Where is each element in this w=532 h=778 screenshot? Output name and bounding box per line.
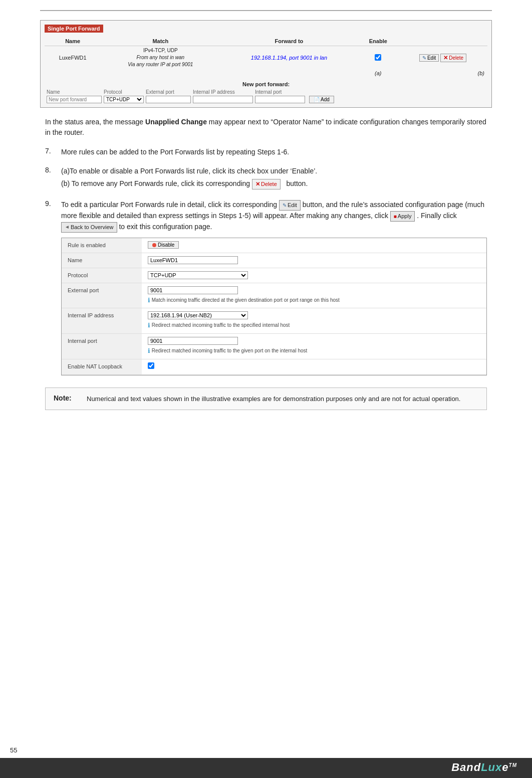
config-int-port-input[interactable] xyxy=(148,337,238,345)
numbered-item-9: 9. To edit a particular Port Forwards ru… xyxy=(45,200,487,375)
npf-col-proto: Protocol xyxy=(104,89,144,95)
x-icon: ✕ xyxy=(443,55,448,61)
int-port-hint-icon: ℹ xyxy=(148,347,150,354)
config-value-enabled: Disable xyxy=(142,238,486,253)
edit-inline-button[interactable]: ✎ Edit xyxy=(279,200,301,211)
config-protocol-select[interactable]: TCP+UDP TCP UDP xyxy=(148,271,248,279)
page-number: 55 xyxy=(10,746,17,754)
forward-value: 192.168.1.194, port 9001 in lan xyxy=(251,55,327,61)
config-name-input[interactable] xyxy=(148,256,238,264)
npf-int-port-input[interactable] xyxy=(255,96,305,103)
npf-inputs-row: TCP+UDP TCP UDP 📄 Add xyxy=(45,96,487,103)
edit-icon: ✎ xyxy=(422,55,426,61)
col-header-name: Name xyxy=(45,37,101,46)
item-7-content: More rules can be added to the Port Forw… xyxy=(61,147,487,158)
brand-band: Band xyxy=(451,761,481,773)
npf-col-int: Internal port xyxy=(255,89,305,95)
cell-name: LuxeFWD1 xyxy=(45,46,101,70)
add-icon: 📄 xyxy=(314,97,320,102)
numbered-item-7: 7. More rules can be added to the Port F… xyxy=(45,147,487,158)
nat-loopback-checkbox[interactable] xyxy=(148,362,154,369)
config-label-ext-port: External port xyxy=(62,283,142,308)
col-header-forward: Forward to xyxy=(220,37,358,46)
brand-logo: BandLuxeTM xyxy=(451,761,517,774)
int-ip-hint-icon: ℹ xyxy=(148,322,150,329)
edit-inline-icon: ✎ xyxy=(283,202,287,210)
unapplied-change-text: Unapplied Change xyxy=(145,118,207,126)
cell-forward: 192.168.1.194, port 9001 in lan xyxy=(220,46,358,70)
delete-inline-button[interactable]: ✕ Delete xyxy=(252,179,281,189)
top-separator xyxy=(40,10,492,11)
config-row-nat-loopback: Enable NAT Loopback xyxy=(62,359,486,374)
item-8-content: (a)To enable or disable a Port Forwards … xyxy=(61,166,487,192)
config-int-ip-select[interactable]: 192.168.1.94 (User-NB2) xyxy=(148,311,248,319)
col-header-match: Match xyxy=(101,37,220,46)
spf-table: Name Match Forward to Enable LuxeFWD1 IP… xyxy=(45,37,487,77)
item-9-number: 9. xyxy=(45,200,55,375)
item-8-part-a: (a)To enable or disable a Port Forwards … xyxy=(61,166,487,177)
config-page-box: Rule is enabled Disable Na xyxy=(61,238,487,375)
cell-enable[interactable] xyxy=(358,46,399,70)
cell-actions: ✎ (a) Edit ✕ Delete xyxy=(398,46,487,70)
npf-column-headers: Name Protocol External port Internal IP … xyxy=(45,89,487,95)
config-ext-port-input[interactable] xyxy=(148,286,238,294)
new-port-forward-section: New port forward: Name Protocol External… xyxy=(45,81,487,103)
config-row-enabled: Rule is enabled Disable xyxy=(62,238,486,253)
apply-inline-icon: ■ xyxy=(394,213,397,221)
config-table: Rule is enabled Disable Na xyxy=(62,238,486,375)
ext-port-hint-icon: ℹ xyxy=(148,297,150,304)
apply-inline-button[interactable]: ■ Apply xyxy=(390,211,415,222)
config-row-protocol: Protocol TCP+UDP TCP UDP xyxy=(62,268,486,283)
delete-button[interactable]: ✕ Delete xyxy=(440,54,466,62)
config-value-int-port: ℹ Redirect matched incoming traffic to t… xyxy=(142,334,486,359)
config-value-protocol: TCP+UDP TCP UDP xyxy=(142,268,486,283)
config-label-enabled: Rule is enabled xyxy=(62,238,142,253)
config-label-name: Name xyxy=(62,253,142,268)
match-line3: Via any router IP at port 9001 xyxy=(104,61,217,68)
config-label-int-port: Internal port xyxy=(62,334,142,359)
add-button[interactable]: 📄 Add xyxy=(309,96,334,103)
config-row-int-ip: Internal IP address 192.168.1.94 (User-N… xyxy=(62,308,486,334)
enable-checkbox[interactable] xyxy=(375,54,381,61)
disable-dot-icon xyxy=(152,243,156,247)
note-text: Numerical and text values shown in the i… xyxy=(87,394,460,404)
brand-tm: TM xyxy=(509,762,517,768)
brand-e: e xyxy=(502,761,508,773)
int-port-hint: ℹ Redirect matched incoming traffic to t… xyxy=(148,346,480,356)
col-header-enable: Enable xyxy=(358,37,399,46)
ext-port-hint: ℹ Match incoming traffic directed at the… xyxy=(148,296,480,305)
item-8-number: 8. xyxy=(45,166,55,192)
npf-protocol-select[interactable]: TCP+UDP TCP UDP xyxy=(104,96,144,103)
match-line2: From any host in wan xyxy=(104,54,217,61)
intro-paragraph: In the status area, the message Unapplie… xyxy=(45,117,487,138)
note-label: Note: xyxy=(54,394,79,402)
config-row-ext-port: External port ℹ Match incoming traffic d… xyxy=(62,283,486,308)
npf-col-name: Name xyxy=(47,89,102,95)
npf-ext-port-input[interactable] xyxy=(146,96,191,103)
config-label-protocol: Protocol xyxy=(62,268,142,283)
npf-col-ip: Internal IP address xyxy=(193,89,253,95)
edit-button[interactable]: ✎ (a) Edit xyxy=(419,54,439,62)
back-inline-icon: ◄ xyxy=(65,223,70,231)
config-row-int-port: Internal port ℹ Redirect matched incomin… xyxy=(62,334,486,359)
int-ip-hint: ℹ Redirect matched incoming traffic to t… xyxy=(148,321,480,330)
note-box: Note: Numerical and text values shown in… xyxy=(45,387,487,411)
label-b: (b) xyxy=(398,69,487,77)
item-7-number: 7. xyxy=(45,147,55,158)
config-value-int-ip: 192.168.1.94 (User-NB2) ℹ Redirect match… xyxy=(142,308,486,334)
disable-button[interactable]: Disable xyxy=(148,241,179,249)
label-a: (a) xyxy=(358,69,399,77)
cell-match: IPv4-TCP, UDP From any host in wan Via a… xyxy=(101,46,220,70)
item-8-part-b: (b) To remove any Port Forwards rule, cl… xyxy=(61,178,487,189)
footer: BandLuxeTM xyxy=(0,758,532,778)
match-line1: IPv4-TCP, UDP xyxy=(104,47,217,54)
config-label-nat-loopback: Enable NAT Loopback xyxy=(62,359,142,374)
brand-lux: Lux xyxy=(481,761,502,773)
main-content: In the status area, the message Unapplie… xyxy=(40,117,492,410)
back-to-overview-inline-button[interactable]: ◄ Back to Overview xyxy=(61,222,117,233)
npf-ip-input[interactable] xyxy=(193,96,253,103)
col-header-actions xyxy=(398,37,487,46)
numbered-item-8: 8. (a)To enable or disable a Port Forwar… xyxy=(45,166,487,192)
npf-name-input[interactable] xyxy=(47,96,102,103)
delete-inline-icon: ✕ xyxy=(255,180,260,188)
